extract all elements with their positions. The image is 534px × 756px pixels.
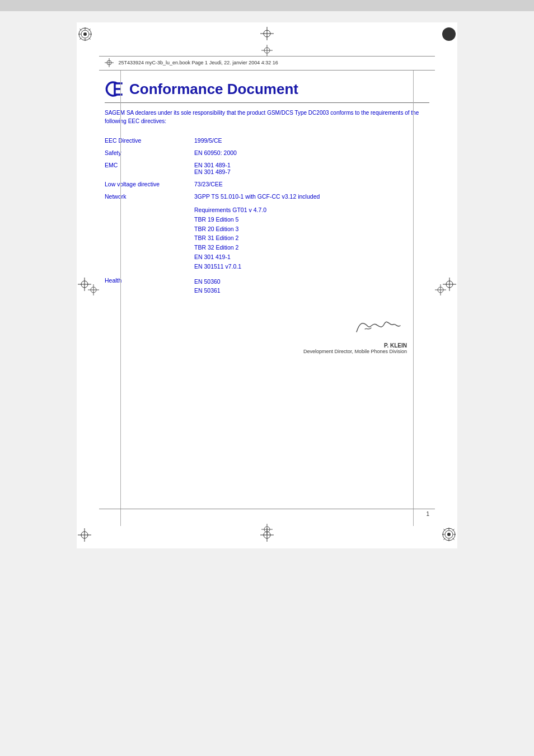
directive-label-0: EEC Directive (105, 134, 194, 147)
table-row: Health EN 50360 EN 50361 (105, 274, 429, 299)
white-page: 25T433924 myC-3b_lu_en.book Page 1 Jeudi… (99, 56, 435, 526)
page-number: 1 (426, 511, 429, 517)
bottom-right-mark (442, 527, 456, 544)
corner-circle-tr (442, 27, 456, 41)
table-row: Requirements GT01 v 4.7.0 TBR 19 Edition… (105, 203, 429, 274)
directives-table: EEC Directive 1999/5/CE Safety EN 60950:… (105, 134, 429, 298)
directive-label-6: Health (105, 274, 194, 299)
main-content: Conformance Document SAGEM SA declares u… (99, 79, 435, 354)
book-info-text: 25T433924 myC-3b_lu_en.book Page 1 Jeudi… (119, 60, 278, 65)
signatory-name: P. KLEIN (105, 342, 407, 349)
page-bottom-crosshair (261, 524, 273, 537)
directive-label-1: Safety (105, 147, 194, 159)
signature-image (105, 312, 407, 340)
page-wrapper: 25T433924 myC-3b_lu_en.book Page 1 Jeudi… (0, 11, 534, 756)
directive-value-4: 3GPP TS 51.010-1 with GCF-CC v3.12 inclu… (194, 190, 429, 203)
svg-point-29 (447, 533, 451, 536)
table-row: EMC EN 301 489-1EN 301 489-7 (105, 159, 429, 178)
bar-crosshair (105, 58, 114, 68)
document-page: 25T433924 myC-3b_lu_en.book Page 1 Jeudi… (77, 22, 457, 548)
directive-value-0: 1999/5/CE (194, 134, 429, 147)
title-divider (105, 102, 429, 103)
table-row: Safety EN 60950: 2000 (105, 147, 429, 159)
top-center-mark (260, 27, 274, 43)
table-row: Low voltage directive 73/23/CEE (105, 178, 429, 190)
svg-point-14 (442, 27, 456, 41)
title-row: Conformance Document (105, 79, 429, 99)
page-right-crosshair (435, 284, 446, 298)
bottom-separator (99, 509, 435, 509)
directive-value-5: Requirements GT01 v 4.7.0 TBR 19 Edition… (194, 203, 429, 274)
ce-mark (105, 79, 125, 99)
directive-value-2: EN 301 489-1EN 301 489-7 (194, 159, 429, 178)
top-left-marks (78, 27, 92, 41)
directive-label-5 (105, 203, 194, 274)
top-right-marks (442, 27, 456, 41)
table-row: Network 3GPP TS 51.010-1 with GCF-CC v3.… (105, 190, 429, 203)
sunburst-tl (78, 27, 92, 41)
directive-label-2: EMC (105, 159, 194, 178)
directive-value-1: EN 60950: 2000 (194, 147, 429, 159)
page-left-crosshair (88, 284, 99, 298)
table-row: EEC Directive 1999/5/CE (105, 134, 429, 147)
intro-paragraph: SAGEM SA declares under its sole respons… (105, 109, 429, 125)
directive-label-3: Low voltage directive (105, 178, 194, 190)
book-info-bar: 25T433924 myC-3b_lu_en.book Page 1 Jeudi… (99, 56, 435, 71)
directive-label-4: Network (105, 190, 194, 203)
signature-area: P. KLEIN Development Director, Mobile Ph… (105, 312, 429, 354)
signatory-title: Development Director, Mobile Phones Divi… (105, 349, 407, 354)
directive-value-3: 73/23/CEE (194, 178, 429, 190)
directive-value-6: EN 50360 EN 50361 (194, 274, 429, 299)
bottom-left-mark (78, 528, 91, 544)
page-title: Conformance Document (129, 81, 298, 98)
svg-point-2 (83, 32, 87, 36)
